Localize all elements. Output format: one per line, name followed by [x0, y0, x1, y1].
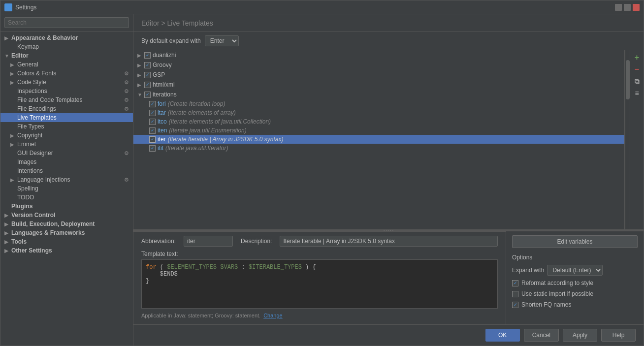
- template-group-header-groovy[interactable]: ▶ Groovy: [133, 60, 624, 70]
- edit-variables-button[interactable]: Edit variables: [512, 235, 638, 248]
- template-item-iten[interactable]: iten (Iterate java.util.Enumeration): [133, 126, 624, 135]
- sidebar-item-inspections[interactable]: Inspections ⚙: [0, 87, 133, 95]
- sidebar-item-general[interactable]: ▶ General: [0, 60, 133, 69]
- checkbox-itco[interactable]: [149, 119, 156, 125]
- checkbox-fori[interactable]: [149, 101, 156, 107]
- checkbox-itit[interactable]: [149, 145, 156, 152]
- sidebar-item-keymap[interactable]: Keymap: [0, 42, 133, 51]
- cancel-button[interactable]: Cancel: [524, 329, 559, 342]
- template-group-header-duanlizhi[interactable]: ▶ duanlizhi: [133, 50, 624, 60]
- expand-arrow-editor: ▼: [4, 53, 9, 59]
- expand-with-label: By default expand with: [141, 37, 201, 44]
- template-name-itit: itit: [158, 145, 163, 152]
- code-iterable-type-var: $ITERABLE_TYPE$: [249, 264, 302, 271]
- checkbox-itar[interactable]: [149, 110, 156, 116]
- expand-with-select[interactable]: Enter Tab Space: [205, 35, 239, 46]
- sidebar-item-other[interactable]: ▶ Other Settings: [0, 246, 133, 255]
- expand-arrow-group-iterations: ▼: [137, 92, 142, 97]
- checkbox-duanlizhi[interactable]: [144, 52, 151, 59]
- sidebar-item-label-file-types: File Types: [17, 123, 44, 130]
- sidebar-actions: + − ⧉ ≡: [630, 50, 644, 229]
- reformat-option-row: Reformat according to style: [512, 280, 638, 286]
- template-group-iterations: ▼ iterations fori (Create Iteration loop…: [133, 90, 624, 153]
- sidebar-item-spelling[interactable]: Spelling: [0, 184, 133, 193]
- expand-arrow-build: ▶: [4, 221, 9, 227]
- sidebar-item-version-control[interactable]: ▶ Version Control: [0, 211, 133, 220]
- template-group-header-gsp[interactable]: ▶ GSP: [133, 70, 624, 80]
- maximize-button[interactable]: [624, 4, 631, 11]
- breadcrumb-separator: >: [161, 19, 167, 27]
- copy-template-button[interactable]: ⧉: [632, 76, 643, 87]
- help-button[interactable]: Help: [601, 329, 636, 342]
- close-button[interactable]: [633, 4, 640, 11]
- templates-area: ▶ duanlizhi ▶ Groovy: [133, 50, 644, 229]
- static-import-option-row: Use static import if possible: [512, 290, 638, 297]
- sidebar-item-live-templates[interactable]: Live Templates: [0, 113, 133, 122]
- sidebar-item-file-types[interactable]: File Types: [0, 122, 133, 131]
- static-import-checkbox[interactable]: [512, 291, 518, 297]
- sidebar-item-emmet[interactable]: ▶ Emmet: [0, 140, 133, 149]
- template-group-header-iterations[interactable]: ▼ iterations: [133, 90, 624, 99]
- checkbox-iterations[interactable]: [144, 92, 151, 98]
- sidebar-item-label-live-templates: Live Templates: [17, 114, 57, 121]
- expand-arrow-group-duanlizhi: ▶: [137, 53, 142, 58]
- template-desc-itit: (Iterate java.util.Iterator): [165, 145, 228, 152]
- abbreviation-label: Abbreviation:: [141, 238, 176, 245]
- sidebar-item-label-gui-designer: GUI Designer: [17, 150, 53, 157]
- sidebar-item-images[interactable]: Images: [0, 157, 133, 166]
- add-template-button[interactable]: +: [632, 52, 643, 63]
- sidebar-item-tools[interactable]: ▶ Tools: [0, 237, 133, 246]
- applicable-change-link[interactable]: Change: [263, 313, 283, 318]
- abbreviation-input[interactable]: [184, 236, 233, 247]
- right-panel: Editor > Live Templates By default expan…: [133, 14, 644, 346]
- sidebar-item-todo[interactable]: TODO: [0, 193, 133, 202]
- sidebar-item-build[interactable]: ▶ Build, Execution, Deployment: [0, 220, 133, 228]
- expand-with-select-options[interactable]: Default (Enter) Enter Tab Space: [547, 265, 603, 276]
- checkbox-groovy[interactable]: [144, 62, 151, 68]
- sidebar-item-file-code-templates[interactable]: File and Code Templates ⚙: [0, 95, 133, 104]
- remove-template-button[interactable]: −: [632, 64, 643, 75]
- sidebar-item-label-languages: Languages & Frameworks: [11, 229, 85, 236]
- template-item-itar[interactable]: itar (Iterate elements of array): [133, 108, 624, 117]
- ok-button[interactable]: OK: [485, 329, 520, 342]
- sidebar-item-gui-designer[interactable]: GUI Designer ⚙: [0, 149, 133, 157]
- apply-button[interactable]: Apply: [563, 329, 597, 342]
- sidebar-item-code-style[interactable]: ▶ Code Style ⚙: [0, 78, 133, 87]
- sidebar-item-plugins[interactable]: Plugins: [0, 202, 133, 211]
- sidebar-item-language-injections[interactable]: ▶ Language Injections ⚙: [0, 175, 133, 184]
- checkbox-gsp[interactable]: [144, 72, 151, 78]
- description-input[interactable]: [280, 236, 498, 247]
- template-group-groovy: ▶ Groovy: [133, 60, 624, 70]
- sidebar-item-intentions[interactable]: Intentions: [0, 166, 133, 175]
- shorten-fq-checkbox[interactable]: [512, 302, 518, 308]
- checkbox-html-xml[interactable]: [144, 82, 151, 88]
- sidebar-item-languages[interactable]: ▶ Languages & Frameworks: [0, 228, 133, 237]
- sidebar-item-file-encodings[interactable]: File Encodings ⚙: [0, 104, 133, 113]
- minimize-button[interactable]: [615, 4, 622, 11]
- sidebar-item-copyright[interactable]: ▶ Copyright: [0, 131, 133, 140]
- template-item-itco[interactable]: itco (Iterate elements of java.util.Coll…: [133, 117, 624, 126]
- template-editor[interactable]: for ( $ELEMENT_TYPE$ $VAR$ : $ITERABLE_T…: [141, 259, 498, 309]
- search-input[interactable]: [4, 17, 129, 28]
- sidebar-item-appearance[interactable]: ▶ Appearance & Behavior: [0, 33, 133, 42]
- sidebar-item-editor[interactable]: ▼ Editor: [0, 51, 133, 60]
- template-item-fori[interactable]: fori (Create Iteration loop): [133, 99, 624, 108]
- sidebar-tree: ▶ Appearance & Behavior Keymap ▼ Editor …: [0, 31, 133, 346]
- expand-arrow-emmet: ▶: [10, 142, 15, 147]
- settings-icon-file-encodings: ⚙: [124, 106, 129, 112]
- template-name-iter: iter: [158, 136, 166, 143]
- template-group-header-html-xml[interactable]: ▶ html/xml: [133, 80, 624, 90]
- settings-icon-lang-inject: ⚙: [124, 177, 129, 183]
- scrollbar-thumb[interactable]: [626, 60, 630, 99]
- template-item-itit[interactable]: itit (Iterate java.util.Iterator): [133, 144, 624, 153]
- sidebar-item-label-plugins: Plugins: [11, 203, 32, 210]
- checkbox-iter[interactable]: [149, 136, 156, 143]
- sidebar-item-colors-fonts[interactable]: ▶ Colors & Fonts ⚙: [0, 69, 133, 78]
- main-content: ▶ Appearance & Behavior Keymap ▼ Editor …: [0, 14, 644, 346]
- move-template-button[interactable]: ≡: [632, 88, 643, 98]
- reformat-checkbox[interactable]: [512, 280, 518, 286]
- expand-with-row2: Expand with Default (Enter) Enter Tab Sp…: [512, 265, 638, 276]
- template-item-iter[interactable]: iter (Iterate Iterable | Array in J2SDK …: [133, 135, 624, 144]
- checkbox-iten[interactable]: [149, 127, 156, 134]
- sidebar-item-label-copyright: Copyright: [17, 132, 42, 139]
